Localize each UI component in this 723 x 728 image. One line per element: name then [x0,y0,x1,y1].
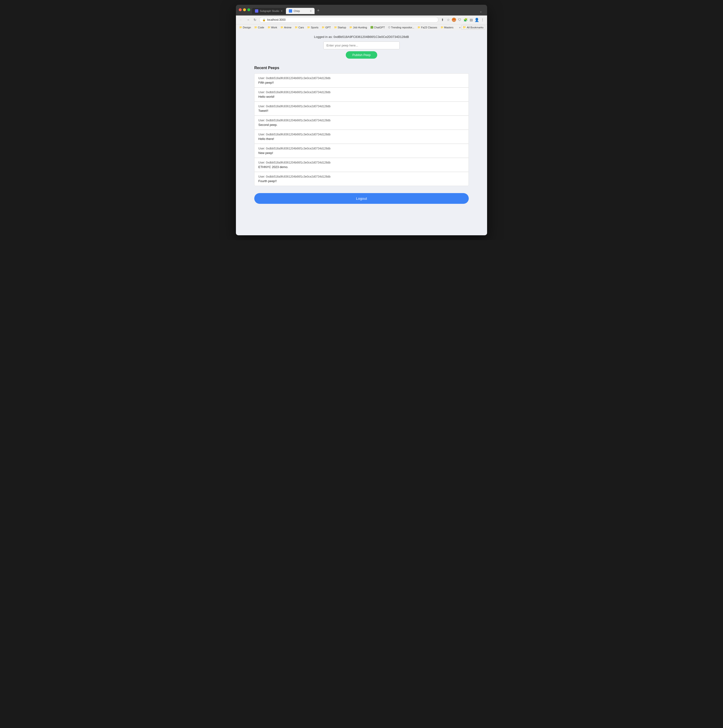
bookmark-fa23[interactable]: 📁 Fa23 Classes [416,26,439,29]
bookmarks-more-button[interactable]: » [459,26,461,29]
bookmark-star-icon[interactable]: ☆ [446,18,450,22]
all-bookmarks-label: All Bookmarks [467,26,483,29]
peep-text: Fifth peep!! [258,81,465,84]
peep-card: User: 0xdbb518a9fc8361204b66f1c3e0ce2d07… [254,144,469,158]
folder-icon: 📁 [307,26,310,29]
peep-card: User: 0xdbb518a9fc8361204b66f1c3e0ce2d07… [254,172,469,186]
folder-icon: 📁 [440,26,443,29]
peep-text: Fourth peep!! [258,179,465,183]
peep-user: User: 0xdbb518a9fc8361204b66f1c3e0ce2d07… [258,105,465,108]
publish-peep-button[interactable]: Publish Peep [346,51,378,59]
tab-chirp[interactable]: Chirp × [286,8,315,14]
peep-text: Tweet!! [258,109,465,113]
new-tab-button[interactable]: + [315,7,321,14]
address-bar[interactable]: 🔒 localhost:3000 [259,17,439,23]
bookmark-masters-label: Masters [444,26,454,29]
bookmark-startup-label: Startup [338,26,346,29]
bookmark-work[interactable]: 📁 Work [266,26,278,29]
bookmark-sports[interactable]: 📁 Sports [306,26,320,29]
peep-user: User: 0xdbb518a9fc8361204b66f1c3e0ce2d07… [258,147,465,150]
back-button[interactable]: ← [238,17,243,22]
logout-button[interactable]: Logout [254,193,469,204]
tab-chevron-icon[interactable]: ⌄ [478,8,484,14]
profile-icon[interactable]: 🦊 [452,18,456,22]
address-text: localhost:3000 [267,18,436,21]
folder-icon: 📁 [254,26,257,29]
peep-text: Second peep. [258,123,465,127]
peep-card: User: 0xdbb518a9fc8361204b66f1c3e0ce2d07… [254,116,469,130]
peep-text: ETHNYC 2023 demo. [258,165,465,169]
tab-subgraph-close[interactable]: × [281,9,283,13]
peep-input-container: Publish Peep [323,41,400,59]
user-account-icon[interactable]: 👤 [475,18,479,22]
peep-card: User: 0xdbb518a9fc8361204b66f1c3e0ce2d07… [254,158,469,172]
title-bar: Subgraph Studio × Chirp × + ⌄ [236,5,487,15]
bookmark-code-label: Code [258,26,264,29]
bookmark-chatgpt[interactable]: 🟩 ChatGPT [369,26,386,29]
folder-icon: 📁 [334,26,337,29]
all-bookmarks-button[interactable]: 📁 All Bookmarks [461,25,485,29]
chatgpt-icon: 🟩 [370,26,373,29]
menu-icon[interactable]: ⋮ [480,18,485,22]
peep-text: Hello there! [258,137,465,141]
bookmark-work-label: Work [271,26,277,29]
nav-bar: ← → ↻ 🔒 localhost:3000 ⬆ ☆ 🦊 🛡 🧩 ▤ 👤 ⋮ [236,15,487,24]
tabs-row: Subgraph Studio × Chirp × + ⌄ [252,7,484,14]
tab-subgraph-label: Subgraph Studio [260,9,279,12]
peep-card: User: 0xdbb518a9fc8361204b66f1c3e0ce2d07… [254,73,469,87]
peeps-list: User: 0xdbb518a9fc8361204b66f1c3e0ce2d07… [254,73,469,186]
close-button[interactable] [239,8,242,11]
share-icon[interactable]: ⬆ [440,18,445,22]
bookmark-jobhunting[interactable]: 📁 Job Hunting [348,26,368,29]
recent-peeps-title: Recent Peeps [254,66,469,70]
folder-icon: 📁 [295,26,298,29]
bookmark-design[interactable]: 📁 Design [238,26,252,29]
bookmark-chatgpt-label: ChatGPT [374,26,385,29]
bookmark-fa23-label: Fa23 Classes [421,26,437,29]
folder-icon: 📁 [280,26,283,29]
maximize-button[interactable] [248,8,250,11]
reload-button[interactable]: ↻ [252,17,257,22]
bookmarks-bar: 📁 Design 📁 Code 📁 Work 📁 Anime 📁 Cars 📁 … [236,24,487,30]
peep-input[interactable] [323,41,400,49]
bookmark-cars[interactable]: 📁 Cars [293,26,305,29]
bookmark-cars-label: Cars [298,26,304,29]
peep-text: Hello world! [258,95,465,98]
extensions-icon[interactable]: 🧩 [463,18,468,22]
bookmark-gpt[interactable]: 📁 GPT [320,26,332,29]
forward-button[interactable]: → [245,17,251,22]
peep-user: User: 0xdbb518a9fc8361204b66f1c3e0ce2d07… [258,133,465,136]
sidebar-icon[interactable]: ▤ [469,18,473,22]
tab-chirp-label: Chirp [293,9,308,12]
logged-in-address: 0xdBb518A9FC8361204B66f1C3e0Ce2D0734D128… [333,35,409,38]
folder-icon: 📁 [239,26,242,29]
peep-user: User: 0xdbb518a9fc8361204b66f1c3e0ce2d07… [258,76,465,80]
minimize-button[interactable] [243,8,246,11]
bookmark-code[interactable]: 📁 Code [253,26,266,29]
bookmark-jobhunting-label: Job Hunting [353,26,367,29]
peep-user: User: 0xdbb518a9fc8361204b66f1c3e0ce2d07… [258,161,465,164]
bookmark-anime[interactable]: 📁 Anime [279,26,293,29]
bookmark-startup[interactable]: 📁 Startup [333,26,347,29]
logged-in-label: Logged in as: 0xdBb518A9FC8361204B66f1C3… [314,35,409,38]
folder-icon: 📁 [322,26,324,29]
folder-icon: 📁 [349,26,352,29]
bookmark-sports-label: Sports [311,26,318,29]
browser-window: Subgraph Studio × Chirp × + ⌄ ← → ↻ 🔒 lo… [236,5,487,235]
peep-card: User: 0xdbb518a9fc8361204b66f1c3e0ce2d07… [254,130,469,144]
bookmark-masters[interactable]: 📁 Masters [439,26,455,29]
bookmark-gpt-label: GPT [325,26,331,29]
chirp-tab-icon [289,9,292,13]
folder-icon: 📁 [463,26,466,29]
tab-chirp-close[interactable]: × [310,9,312,13]
tab-subgraph-studio[interactable]: Subgraph Studio × [252,8,286,14]
bookmark-trending-label: Trending repositor... [391,26,414,29]
bookmark-trending[interactable]: ⬡ Trending repositor... [387,26,416,29]
bookmark-anime-label: Anime [284,26,292,29]
shield-icon[interactable]: 🛡 [457,18,462,22]
traffic-lights [239,8,250,11]
nav-actions: ⬆ ☆ 🦊 🛡 🧩 ▤ 👤 ⋮ [440,18,485,22]
peep-user: User: 0xdbb518a9fc8361204b66f1c3e0ce2d07… [258,175,465,178]
peep-user: User: 0xdbb518a9fc8361204b66f1c3e0ce2d07… [258,90,465,94]
lock-icon: 🔒 [262,18,266,21]
